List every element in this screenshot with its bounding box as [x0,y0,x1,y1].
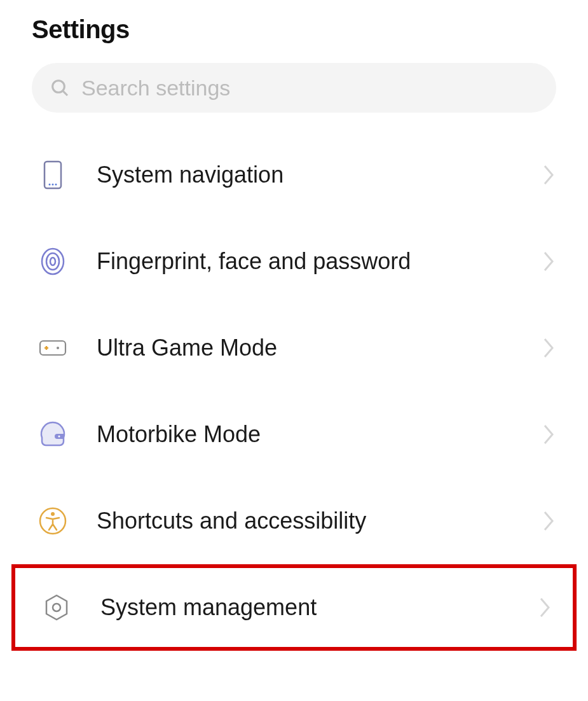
list-item-label: Fingerprint, face and password [97,248,513,275]
chevron-right-icon [542,163,556,186]
chevron-right-icon [542,337,556,359]
svg-point-5 [55,184,57,186]
svg-rect-9 [40,341,65,355]
list-item-system-navigation[interactable]: System navigation [0,132,588,218]
gamepad-icon [38,333,67,363]
svg-point-17 [53,604,60,611]
list-item-label: Motorbike Mode [97,421,513,448]
svg-point-7 [46,253,59,270]
bottom-spacer [0,651,588,689]
list-item-fingerprint[interactable]: Fingerprint, face and password [0,218,588,305]
svg-point-0 [53,81,65,93]
list-item-system-management[interactable]: System management [15,568,573,647]
list-item-label: Ultra Game Mode [97,335,513,361]
svg-point-13 [58,436,60,438]
chevron-right-icon [542,423,556,446]
list-item-motorbike-mode[interactable]: Motorbike Mode [0,391,588,478]
settings-list: System navigation Fingerprint, face and … [0,132,588,689]
search-icon [50,78,70,98]
chevron-right-icon [542,250,556,273]
list-item-label: System management [100,594,509,621]
fingerprint-icon [38,247,67,276]
svg-point-8 [50,258,55,265]
phone-nav-icon [38,160,67,190]
helmet-icon [38,420,67,449]
svg-line-1 [63,91,67,95]
chevron-right-icon [538,596,552,619]
gear-hex-icon [42,593,71,622]
search-input[interactable] [81,76,538,101]
svg-point-15 [51,512,55,516]
search-bar[interactable] [32,63,556,113]
svg-point-3 [49,184,51,186]
list-item-label: Shortcuts and accessibility [97,508,513,534]
chevron-right-icon [542,510,556,532]
svg-point-12 [57,347,59,349]
list-item-ultra-game-mode[interactable]: Ultra Game Mode [0,305,588,391]
list-item-shortcuts-accessibility[interactable]: Shortcuts and accessibility [0,478,588,564]
header: Settings [0,0,588,63]
list-item-label: System navigation [97,162,513,188]
page-title: Settings [32,15,556,44]
accessibility-icon [38,506,67,536]
svg-marker-16 [46,595,67,620]
svg-point-4 [52,184,54,186]
highlight-system-management: System management [11,564,577,651]
search-container [0,63,588,132]
